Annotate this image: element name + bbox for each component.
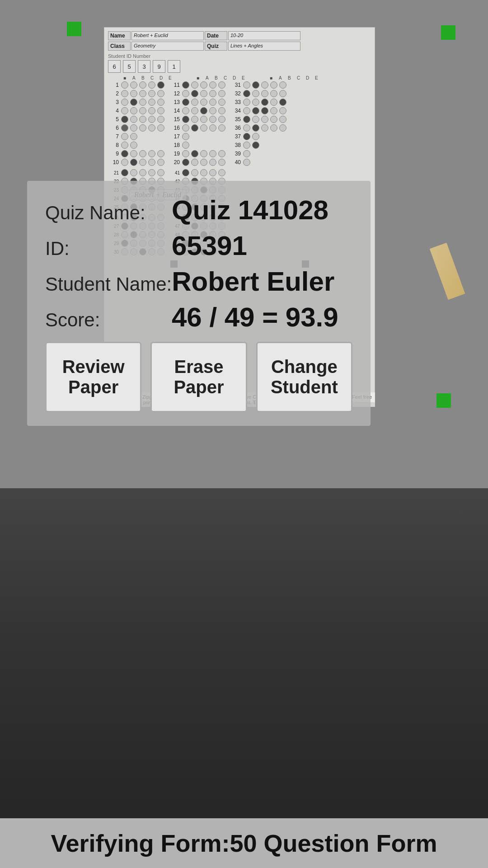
review-paper-button[interactable]: Review Paper bbox=[45, 342, 141, 412]
action-buttons: Review Paper Erase Paper Change Student bbox=[45, 342, 352, 412]
sheet-date: 10-20 bbox=[228, 31, 300, 40]
corner-marker-tl bbox=[67, 22, 81, 36]
bottom-banner-text: Verifying Form:50 Question Form bbox=[51, 829, 437, 857]
erase-paper-button[interactable]: Erase Paper bbox=[150, 342, 247, 412]
score-value: 46 / 49 = 93.9 bbox=[172, 302, 338, 333]
score-label: Score: bbox=[45, 309, 172, 331]
corner-marker-tr bbox=[441, 25, 455, 40]
sheet-quiz: Lines + Angles bbox=[228, 42, 300, 51]
info-overlay: Quiz Name: Quiz 141028 ID: 65391 Student… bbox=[27, 181, 371, 426]
room-background bbox=[0, 488, 488, 868]
pencil-decoration bbox=[430, 243, 465, 300]
sheet-class: Geometry bbox=[131, 42, 204, 51]
quiz-name-label: Quiz Name: bbox=[45, 202, 172, 224]
id-value: 65391 bbox=[172, 230, 247, 261]
sheet-name: Robert + Euclid bbox=[131, 31, 204, 40]
student-name-value: Robert Euler bbox=[172, 266, 334, 297]
change-student-button[interactable]: Change Student bbox=[256, 342, 352, 412]
corner-marker-br bbox=[436, 393, 451, 408]
student-name-label: Student Name: bbox=[45, 274, 172, 295]
id-label: ID: bbox=[45, 238, 172, 259]
bottom-banner: Verifying Form:50 Question Form bbox=[0, 818, 488, 868]
quiz-name-value: Quiz 141028 bbox=[172, 194, 328, 226]
